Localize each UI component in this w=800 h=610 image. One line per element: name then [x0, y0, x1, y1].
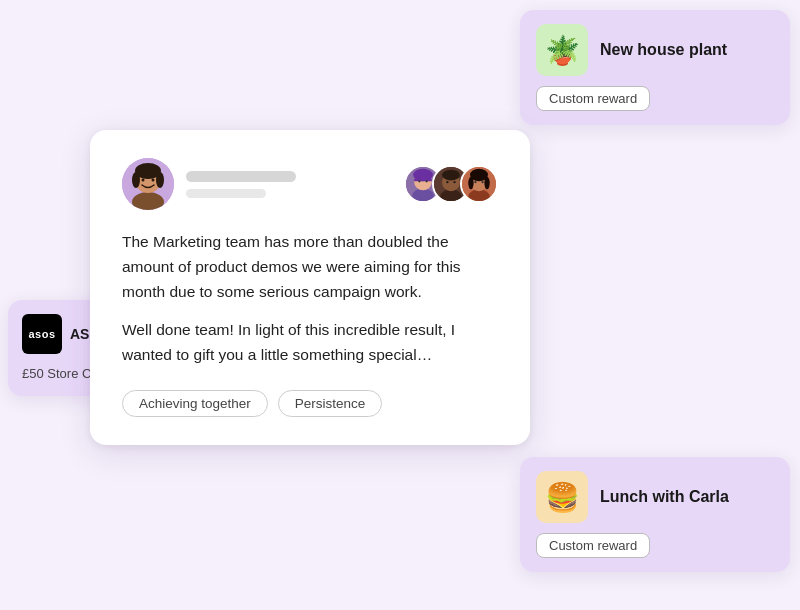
svg-point-4	[132, 172, 140, 188]
body-text-2: Well done team! In light of this incredi…	[122, 318, 498, 368]
svg-point-18	[446, 181, 448, 183]
svg-point-24	[468, 177, 473, 190]
new-house-plant-card: 🪴 New house plant Custom reward	[520, 10, 790, 125]
card-body: The Marketing team has more than doubled…	[122, 230, 498, 368]
tag-achieving-together[interactable]: Achieving together	[122, 390, 268, 417]
sender-name-placeholder	[186, 171, 296, 198]
svg-point-25	[484, 177, 489, 190]
main-recognition-card: The Marketing team has more than doubled…	[90, 130, 530, 445]
tag-persistence[interactable]: Persistence	[278, 390, 383, 417]
asos-logo: asos	[22, 314, 62, 354]
svg-point-26	[474, 181, 476, 183]
lunch-with-carla-card: 🍔 Lunch with Carla Custom reward	[520, 457, 790, 572]
recipient-avatar-3	[460, 165, 498, 203]
lunch-title: Lunch with Carla	[600, 488, 729, 506]
svg-point-13	[425, 180, 427, 182]
lunch-badge: Custom reward	[536, 533, 650, 558]
house-plant-image: 🪴	[536, 24, 588, 76]
svg-point-5	[156, 172, 164, 188]
house-plant-badge: Custom reward	[536, 86, 650, 111]
svg-point-12	[418, 180, 420, 182]
svg-point-6	[142, 179, 145, 182]
body-text-1: The Marketing team has more than doubled…	[122, 230, 498, 304]
lunch-image: 🍔	[536, 471, 588, 523]
recognition-tags: Achieving together Persistence	[122, 390, 498, 417]
sender-info	[122, 158, 296, 210]
sender-avatar	[122, 158, 174, 210]
svg-point-27	[481, 181, 483, 183]
card-header	[122, 158, 498, 210]
recipients-avatars	[404, 165, 498, 203]
svg-point-7	[152, 179, 155, 182]
svg-point-17	[442, 170, 460, 181]
svg-point-19	[453, 181, 455, 183]
house-plant-title: New house plant	[600, 41, 727, 59]
